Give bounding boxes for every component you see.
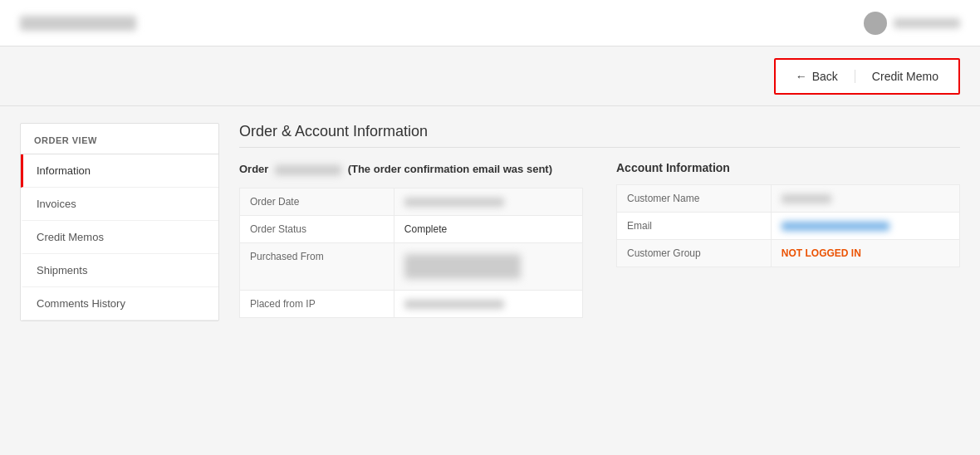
- table-row: Order Status Complete: [240, 215, 583, 242]
- sidebar-item-information[interactable]: Information: [21, 154, 218, 188]
- email-label: Email: [617, 213, 772, 240]
- order-prefix: Order: [239, 163, 268, 175]
- order-info-table: Order Date Order Status Complete Purchas…: [239, 188, 583, 318]
- content-area: Order & Account Information Order (The o…: [239, 123, 960, 318]
- section-title: Order & Account Information: [239, 123, 960, 148]
- table-row: Purchased From: [240, 242, 583, 290]
- customer-name-label: Customer Name: [617, 185, 772, 213]
- account-info-col: Account Information Customer Name Email …: [616, 161, 960, 267]
- table-row: Customer Group NOT LOGGED IN: [617, 240, 960, 267]
- credit-memo-label: Credit Memo: [872, 70, 938, 83]
- table-row: Email: [617, 213, 960, 240]
- action-buttons-group: ← Back Credit Memo: [774, 58, 960, 95]
- order-date-label: Order Date: [240, 188, 394, 215]
- user-menu[interactable]: [864, 12, 960, 35]
- purchased-from-label: Purchased From: [240, 242, 394, 290]
- user-avatar: [864, 12, 887, 35]
- customer-group-value: NOT LOGGED IN: [771, 240, 959, 267]
- table-row: Placed from IP: [240, 290, 583, 317]
- sidebar-item-information-label: Information: [37, 164, 91, 177]
- email-value: [771, 213, 959, 240]
- sidebar-item-comments-history[interactable]: Comments History: [21, 287, 218, 320]
- sidebar-item-credit-memos-label: Credit Memos: [37, 231, 104, 243]
- back-button-label: Back: [812, 70, 838, 83]
- topbar: [0, 0, 980, 46]
- sidebar-section-title: ORDER VIEW: [21, 124, 218, 154]
- order-status-label: Order Status: [240, 215, 394, 242]
- account-info-title: Account Information: [616, 161, 960, 174]
- order-info-col: Order (The order confirmation email was …: [239, 161, 583, 318]
- customer-name-value: [771, 185, 959, 213]
- placed-from-ip-label: Placed from IP: [240, 290, 394, 317]
- table-row: Customer Name: [617, 185, 960, 213]
- sidebar: ORDER VIEW Information Invoices Credit M…: [20, 123, 219, 321]
- order-status-value: Complete: [394, 215, 582, 242]
- order-date-value: [394, 188, 582, 215]
- main-layout: ORDER VIEW Information Invoices Credit M…: [0, 106, 980, 338]
- actionbar: ← Back Credit Memo: [0, 46, 980, 106]
- username: [894, 18, 960, 28]
- placed-from-ip-value: [394, 290, 582, 317]
- purchased-from-value: [394, 242, 582, 290]
- logo: [20, 16, 136, 31]
- order-suffix: (The order confirmation email was sent): [348, 163, 552, 175]
- sidebar-item-credit-memos[interactable]: Credit Memos: [21, 221, 218, 254]
- account-info-table: Customer Name Email Customer Group NOT L…: [616, 184, 960, 267]
- not-logged-in-badge: NOT LOGGED IN: [782, 247, 861, 259]
- sidebar-item-invoices-label: Invoices: [37, 198, 76, 210]
- back-button[interactable]: ← Back: [796, 70, 855, 83]
- order-number-blurred: [275, 165, 341, 175]
- customer-group-label: Customer Group: [617, 240, 772, 267]
- sidebar-item-comments-history-label: Comments History: [37, 297, 125, 310]
- credit-memo-button[interactable]: Credit Memo: [855, 70, 938, 83]
- sidebar-item-shipments[interactable]: Shipments: [21, 254, 218, 287]
- table-row: Order Date: [240, 188, 583, 215]
- sidebar-item-shipments-label: Shipments: [37, 264, 87, 276]
- info-columns: Order (The order confirmation email was …: [239, 161, 960, 318]
- order-heading: Order (The order confirmation email was …: [239, 161, 583, 178]
- back-arrow-icon: ←: [796, 70, 807, 83]
- sidebar-item-invoices[interactable]: Invoices: [21, 188, 218, 221]
